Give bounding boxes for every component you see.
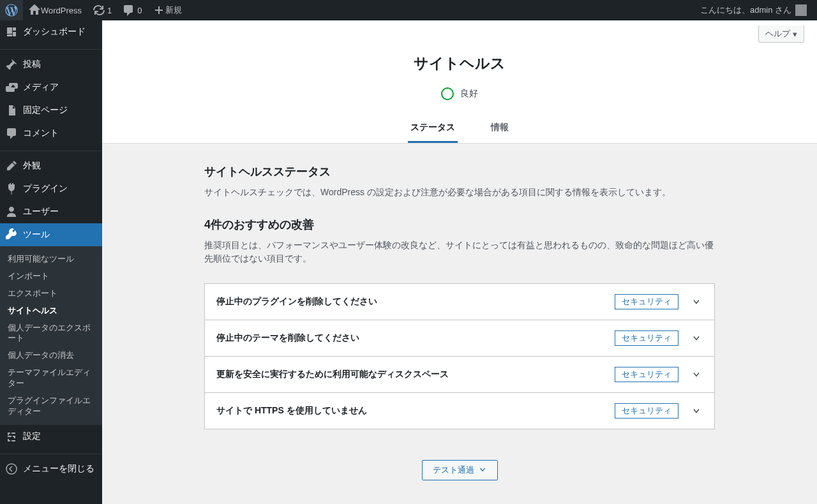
- menu-collapse-label: メニューを閉じる: [23, 463, 94, 475]
- help-label: ヘルプ: [765, 28, 790, 40]
- improvements-desc: 推奨項目とは、パフォーマンスやユーザー体験の改良など、サイトにとっては有益と思わ…: [204, 239, 715, 265]
- tests-passed-wrap: テスト通過: [204, 460, 715, 480]
- menu-tools[interactable]: ツール: [0, 223, 102, 246]
- menu-appearance-label: 外観: [23, 160, 41, 172]
- chevron-down-icon: [478, 465, 487, 476]
- security-badge: セキュリティ: [615, 403, 678, 419]
- menu-posts[interactable]: 投稿: [0, 53, 102, 76]
- sub-theme-editor[interactable]: テーマファイルエディター: [0, 364, 102, 392]
- menu-settings[interactable]: 設定: [0, 425, 102, 448]
- menu-pages-label: 固定ページ: [23, 105, 68, 116]
- chevron-down-icon: [690, 295, 703, 308]
- submenu-tools: 利用可能なツール インポート エクスポート サイトヘルス 個人データのエクスポー…: [0, 246, 102, 425]
- sub-import[interactable]: インポート: [0, 268, 102, 285]
- chevron-down-icon: [690, 404, 703, 417]
- menu-settings-label: 設定: [23, 431, 41, 442]
- comments-count: 0: [137, 6, 142, 15]
- refresh-icon: [92, 4, 105, 17]
- brush-icon: [5, 159, 18, 172]
- tests-passed-label: テスト通過: [433, 464, 474, 476]
- menu-dashboard-label: ダッシュボード: [23, 26, 86, 38]
- menu-plugins[interactable]: プラグイン: [0, 177, 102, 200]
- sub-erase-personal[interactable]: 個人データの消去: [0, 347, 102, 364]
- tests-passed-button[interactable]: テスト通過: [422, 460, 498, 480]
- menu-pages[interactable]: 固定ページ: [0, 99, 102, 122]
- wp-logo[interactable]: [0, 0, 23, 20]
- accordion-item[interactable]: 更新を安全に実行するために利用可能なディスクスペース セキュリティ: [205, 357, 714, 393]
- body-wrap: サイトヘルスステータス サイトヘルスチェックでは、WordPress の設定およ…: [204, 144, 715, 496]
- dashboard-icon: [5, 26, 18, 38]
- menu-collapse[interactable]: メニューを閉じる: [0, 457, 102, 480]
- sub-plugin-editor[interactable]: プラグインファイルエディター: [0, 392, 102, 420]
- comment-icon: [122, 4, 135, 17]
- sub-available-tools[interactable]: 利用可能なツール: [0, 251, 102, 268]
- menu-posts-label: 投稿: [23, 59, 41, 70]
- menu-media-label: メディア: [23, 82, 59, 93]
- status-indicator: 良好: [102, 80, 817, 108]
- menu-tools-label: ツール: [23, 229, 50, 241]
- menu-users-label: ユーザー: [23, 206, 59, 218]
- caret-down-icon: ▾: [793, 29, 797, 39]
- menu-separator: [0, 148, 102, 151]
- security-badge: セキュリティ: [615, 330, 678, 346]
- status-circle-icon: [441, 87, 454, 100]
- tab-status[interactable]: ステータス: [408, 114, 458, 143]
- tab-info[interactable]: 情報: [488, 114, 511, 143]
- accordion-title: サイトで HTTPS を使用していません: [216, 405, 615, 417]
- admin-footer: WordPress のご利用ありがとうございます。 バージョン 6.5.3: [102, 496, 817, 504]
- accordion-item[interactable]: サイトで HTTPS を使用していません セキュリティ: [205, 393, 714, 429]
- help-tab[interactable]: ヘルプ ▾: [758, 26, 804, 43]
- accordion-title: 更新を安全に実行するために利用可能なディスクスペース: [216, 369, 615, 380]
- status-text: 良好: [460, 88, 478, 100]
- comments-icon: [5, 127, 18, 140]
- comments[interactable]: 0: [117, 0, 147, 20]
- accordion-title: 停止中のプラグインを削除してください: [216, 296, 615, 308]
- chevron-down-icon: [690, 332, 703, 345]
- page-icon: [5, 104, 18, 117]
- wordpress-logo-icon: [5, 4, 18, 17]
- content-area: ヘルプ ▾ サイトヘルス 良好 ステータス 情報 サイトヘルスステータス サイト…: [102, 20, 817, 504]
- section-desc: サイトヘルスチェックでは、WordPress の設定および注意が必要な場合がある…: [204, 186, 715, 199]
- avatar-icon: [795, 4, 807, 16]
- tabs: ステータス 情報: [102, 114, 817, 143]
- collapse-icon: [5, 463, 18, 475]
- chevron-down-icon: [690, 368, 703, 381]
- admin-sidebar: ダッシュボード 投稿 メディア 固定ページ コメント 外観 プラグイン ユーザー…: [0, 20, 102, 504]
- menu-comments[interactable]: コメント: [0, 122, 102, 145]
- site-name-label: WordPress: [41, 6, 82, 15]
- menu-separator: [0, 451, 102, 454]
- sub-export[interactable]: エクスポート: [0, 285, 102, 302]
- new-label: 新規: [165, 4, 182, 16]
- section-title: サイトヘルスステータス: [204, 164, 715, 179]
- wrench-icon: [5, 228, 18, 241]
- sub-export-personal[interactable]: 個人データのエクスポート: [0, 320, 102, 348]
- page-title: サイトヘルス: [102, 41, 817, 80]
- sub-site-health[interactable]: サイトヘルス: [0, 302, 102, 320]
- home-icon: [28, 4, 41, 17]
- plugin-icon: [5, 182, 18, 195]
- menu-comments-label: コメント: [23, 128, 59, 139]
- menu-plugins-label: プラグイン: [23, 183, 68, 195]
- admin-bar: WordPress 1 0 新規 こんにちは、admin さん: [0, 0, 817, 20]
- updates[interactable]: 1: [87, 0, 117, 20]
- menu-users[interactable]: ユーザー: [0, 200, 102, 223]
- security-badge: セキュリティ: [615, 367, 678, 382]
- new-content[interactable]: 新規: [147, 0, 187, 20]
- plus-icon: [153, 4, 165, 17]
- accordion-item[interactable]: 停止中のテーマを削除してください セキュリティ: [205, 320, 714, 357]
- menu-media[interactable]: メディア: [0, 76, 102, 99]
- menu-separator: [0, 47, 102, 50]
- menu-appearance[interactable]: 外観: [0, 154, 102, 177]
- security-badge: セキュリティ: [615, 294, 678, 309]
- updates-count: 1: [107, 6, 112, 15]
- svg-point-0: [6, 464, 17, 474]
- settings-icon: [5, 430, 18, 443]
- accordion-item[interactable]: 停止中のプラグインを削除してください セキュリティ: [205, 284, 714, 320]
- pin-icon: [5, 58, 18, 71]
- improvements-title: 4件のおすすめの改善: [204, 217, 715, 232]
- menu-dashboard[interactable]: ダッシュボード: [0, 20, 102, 43]
- account-greeting[interactable]: こんにちは、admin さん: [695, 0, 812, 20]
- site-name[interactable]: WordPress: [23, 0, 87, 20]
- improvements-list: 停止中のプラグインを削除してください セキュリティ 停止中のテーマを削除してくだ…: [204, 283, 715, 429]
- media-icon: [5, 81, 18, 94]
